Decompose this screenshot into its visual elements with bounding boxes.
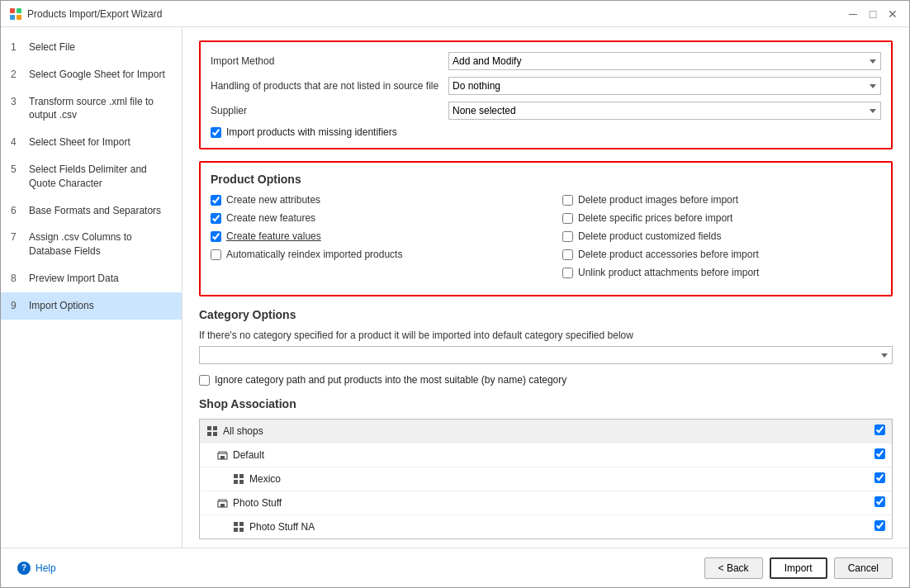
sidebar-item-preview[interactable]: 8 Preview Import Data — [1, 265, 182, 292]
shop-checkbox-all[interactable] — [874, 424, 885, 435]
svg-rect-7 — [213, 432, 217, 436]
footer-left: ? Help — [17, 562, 56, 575]
ignore-category-label[interactable]: Ignore category path and put products in… — [215, 374, 566, 386]
sidebar-number-9: 9 — [11, 300, 22, 311]
shop-label-default: Default — [216, 449, 874, 461]
svg-rect-19 — [239, 528, 244, 532]
import-method-select[interactable]: Add and Modify — [448, 52, 881, 70]
shop-check-photo-stuff — [874, 496, 885, 510]
svg-rect-17 — [239, 522, 244, 526]
close-button[interactable]: ✕ — [884, 6, 901, 22]
del-accessories-checkbox[interactable] — [562, 249, 573, 260]
import-missing-label[interactable]: Import products with missing identifiers — [226, 126, 397, 138]
handling-products-select[interactable]: Do nothing — [448, 77, 881, 95]
import-method-section: Import Method Add and Modify Handling of… — [199, 40, 893, 149]
cancel-button[interactable]: Cancel — [834, 557, 893, 579]
del-accessories-label[interactable]: Delete product accessories before import — [578, 249, 759, 260]
sidebar-label-5: Select Fields Delimiter and Quote Charac… — [29, 163, 172, 191]
back-button[interactable]: < Back — [704, 557, 763, 579]
option-reindex: Automatically reindex imported products — [211, 249, 529, 260]
category-options-title: Category Options — [199, 308, 893, 321]
store-icon-default — [216, 449, 228, 461]
supplier-select[interactable]: None selected — [448, 102, 881, 120]
content-area: Import Method Add and Modify Handling of… — [182, 27, 909, 548]
ignore-category-row: Ignore category path and put products in… — [199, 374, 893, 386]
del-prices-checkbox[interactable] — [562, 213, 573, 224]
svg-rect-3 — [17, 15, 21, 20]
reindex-checkbox[interactable] — [211, 249, 221, 260]
shop-checkbox-photo-stuff[interactable] — [874, 496, 885, 507]
svg-rect-11 — [239, 474, 244, 478]
sidebar: 1 Select File 2 Select Google Sheet for … — [1, 27, 182, 548]
sidebar-number-1: 1 — [11, 41, 22, 53]
sidebar-number-6: 6 — [11, 205, 22, 216]
reindex-label[interactable]: Automatically reindex imported products — [226, 249, 402, 260]
shop-row-photo-stuff: Photo Stuff — [200, 491, 892, 515]
svg-rect-5 — [213, 426, 217, 430]
supplier-label: Supplier — [211, 105, 442, 116]
help-link[interactable]: Help — [36, 562, 56, 574]
sidebar-item-transform-xml[interactable]: 3 Transform source .xml file to output .… — [1, 88, 182, 130]
help-icon: ? — [17, 562, 31, 575]
sidebar-item-select-sheet[interactable]: 4 Select Sheet for Import — [1, 129, 182, 156]
create-attrs-label[interactable]: Create new attributes — [226, 194, 320, 206]
sidebar-item-select-file[interactable]: 1 Select File — [1, 34, 182, 61]
sidebar-item-import-options[interactable]: 9 Import Options — [1, 292, 182, 320]
import-button[interactable]: Import — [770, 557, 827, 579]
category-section: Category Options If there's no category … — [199, 308, 893, 386]
maximize-button[interactable]: □ — [865, 6, 881, 22]
window-title: Products Import/Export Wizard — [27, 8, 162, 20]
import-missing-row: Import products with missing identifiers — [211, 126, 881, 138]
create-features-checkbox[interactable] — [211, 213, 221, 224]
import-method-label: Import Method — [211, 55, 442, 67]
svg-rect-12 — [234, 480, 238, 484]
create-feature-values-label[interactable]: Create feature values — [226, 230, 321, 242]
ignore-category-checkbox[interactable] — [199, 375, 210, 386]
sidebar-label-7: Assign .csv Columns to Database Fields — [29, 230, 172, 258]
create-feature-values-checkbox[interactable] — [211, 231, 221, 242]
shop-check-mexico — [874, 472, 885, 486]
shop-row-mexico: Mexico — [200, 467, 892, 491]
app-icon — [9, 7, 22, 21]
svg-rect-10 — [234, 474, 238, 478]
create-attrs-checkbox[interactable] — [211, 195, 221, 206]
svg-rect-15 — [220, 504, 225, 507]
sidebar-item-assign-columns[interactable]: 7 Assign .csv Columns to Database Fields — [1, 224, 182, 265]
svg-rect-0 — [10, 8, 15, 13]
option-del-custom-fields: Delete product customized fields — [562, 230, 881, 242]
shop-checkbox-mexico[interactable] — [874, 472, 885, 483]
create-features-label[interactable]: Create new features — [226, 212, 315, 224]
del-images-label[interactable]: Delete product images before import — [578, 194, 738, 206]
sidebar-number-5: 5 — [11, 164, 22, 175]
del-custom-fields-label[interactable]: Delete product customized fields — [578, 230, 721, 242]
shop-label-photo-stuff: Photo Stuff — [216, 497, 874, 509]
shop-checkbox-photo-stuff-na[interactable] — [874, 520, 885, 531]
sidebar-item-delimiter[interactable]: 5 Select Fields Delimiter and Quote Char… — [1, 156, 182, 197]
shop-label-photo-stuff-na: Photo Stuff NA — [233, 521, 874, 533]
shop-name-photo-stuff: Photo Stuff — [233, 497, 282, 509]
title-bar-left: Products Import/Export Wizard — [9, 7, 162, 21]
del-custom-fields-checkbox[interactable] — [562, 231, 573, 242]
svg-rect-18 — [234, 528, 238, 532]
minimize-button[interactable]: ─ — [845, 6, 861, 22]
product-options-right: Delete product images before import Dele… — [562, 194, 881, 285]
category-select[interactable] — [199, 346, 893, 364]
del-images-checkbox[interactable] — [562, 195, 573, 206]
title-bar-controls: ─ □ ✕ — [845, 6, 901, 22]
del-prices-label[interactable]: Delete specific prices before import — [578, 212, 732, 224]
svg-rect-16 — [234, 522, 238, 526]
option-create-features: Create new features — [211, 212, 529, 224]
sidebar-number-3: 3 — [11, 96, 22, 107]
sidebar-item-google-sheet[interactable]: 2 Select Google Sheet for Import — [1, 61, 182, 88]
unlink-attachments-label[interactable]: Unlink product attachments before import — [578, 267, 759, 278]
option-create-feature-values: Create feature values — [211, 230, 529, 242]
sidebar-label-4: Select Sheet for Import — [29, 135, 130, 149]
unlink-attachments-checkbox[interactable] — [562, 268, 573, 278]
sidebar-item-formats[interactable]: 6 Base Formats and Separators — [1, 197, 182, 225]
sidebar-number-4: 4 — [11, 136, 22, 148]
import-missing-checkbox[interactable] — [211, 127, 221, 138]
title-bar: Products Import/Export Wizard ─ □ ✕ — [1, 1, 909, 27]
shop-checkbox-default[interactable] — [874, 448, 885, 459]
main-content: 1 Select File 2 Select Google Sheet for … — [1, 27, 909, 548]
shop-name-mexico: Mexico — [249, 473, 281, 485]
